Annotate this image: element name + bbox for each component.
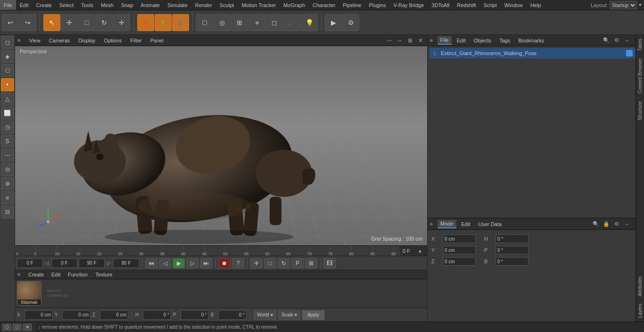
viewport-menu-options[interactable]: Options: [102, 37, 124, 44]
object-visible-indicator[interactable]: [626, 50, 633, 57]
side-tab-takes[interactable]: Takes: [636, 35, 644, 55]
transport-current-frame-input[interactable]: [51, 259, 77, 268]
attr-p-input[interactable]: [495, 246, 528, 254]
coord-y-input[interactable]: [62, 310, 91, 320]
material-tab-texture[interactable]: Texture: [93, 271, 114, 278]
transport-tool4-button[interactable]: P: [291, 258, 304, 268]
viewport-menu-display[interactable]: Display: [76, 37, 97, 44]
attr-tab-userdata[interactable]: User Data: [476, 220, 505, 228]
side-tab-structure[interactable]: Structure: [636, 97, 644, 124]
axis-y-button[interactable]: Y: [155, 14, 172, 31]
menu-file[interactable]: File: [0, 0, 16, 10]
attr-z-input[interactable]: [443, 257, 476, 266]
attr-x-input[interactable]: [443, 235, 476, 243]
viewport-icon-dots[interactable]: ⋯: [385, 36, 394, 45]
om-tab-objects[interactable]: Objects: [471, 37, 494, 44]
transport-tool3-button[interactable]: ↻: [278, 258, 290, 268]
viewport-icon-layout[interactable]: ⊞: [406, 36, 414, 45]
transport-question-button[interactable]: ?: [232, 258, 244, 268]
side-tab-content-browser[interactable]: Content Browser: [636, 55, 644, 97]
redo-button[interactable]: ↪: [19, 14, 36, 31]
brush-button[interactable]: ⊚: [1, 177, 14, 190]
coord-p-input[interactable]: [181, 310, 209, 320]
menu-3dtoall[interactable]: 3DToAll: [428, 0, 453, 10]
viewport-icon-expand[interactable]: ↔: [396, 36, 404, 45]
edge-mode-button[interactable]: △: [1, 92, 14, 105]
side-tab-attributes[interactable]: Attributes: [636, 273, 644, 300]
cube-tool-button[interactable]: ⬡: [196, 14, 213, 31]
material-swatch[interactable]: Elasmati: [17, 281, 41, 306]
menu-tools[interactable]: Tools: [77, 0, 97, 10]
menu-create[interactable]: Create: [33, 0, 56, 10]
transport-film-button[interactable]: 🎞: [323, 258, 336, 268]
render-button[interactable]: ▶: [325, 14, 342, 31]
model-mode-button[interactable]: ◻: [1, 36, 14, 49]
paint-mode-button[interactable]: ⬡: [1, 64, 14, 77]
mirror-mode-button[interactable]: ◷: [1, 121, 14, 134]
attr-tab-edit[interactable]: Edit: [459, 220, 473, 228]
attr-lock-icon[interactable]: 🔒: [602, 220, 611, 228]
nurbs-tool-button[interactable]: ⊞: [231, 14, 248, 31]
menu-animate[interactable]: Animate: [137, 0, 164, 10]
menu-motion-tracker[interactable]: Motion Tracker: [238, 0, 280, 10]
sculpt-button[interactable]: ⊙: [1, 163, 14, 176]
om-settings-icon[interactable]: ⚙: [612, 36, 621, 45]
menu-plugins[interactable]: Plugins: [365, 0, 389, 10]
transport-next-button[interactable]: ▷: [186, 258, 198, 268]
timeline-track[interactable]: 0 5 10 15 20 25 30 35 40: [15, 246, 400, 256]
layout-selector[interactable]: Layout: Startup ▾: [591, 1, 644, 9]
coord-b-input[interactable]: [218, 310, 247, 320]
attr-settings-icon[interactable]: ⚙: [612, 220, 621, 228]
attr-expand-icon[interactable]: ↔: [623, 220, 631, 228]
menu-help[interactable]: Help: [527, 0, 545, 10]
attr-tab-mode[interactable]: Mode: [438, 220, 456, 228]
transport-end-frame-input[interactable]: [79, 259, 105, 268]
coord-x-input[interactable]: [25, 310, 53, 320]
viewport-menu-cameras[interactable]: Cameras: [47, 37, 72, 44]
menu-pipeline[interactable]: Pipeline: [339, 0, 365, 10]
attr-b-input[interactable]: [495, 257, 528, 266]
scale-tool-button[interactable]: □: [78, 14, 95, 31]
transport-start-frame-input[interactable]: [17, 259, 43, 268]
menu-vray[interactable]: V-Ray Bridge: [390, 0, 428, 10]
attr-h-input[interactable]: [495, 235, 528, 243]
transport-tool1-button[interactable]: ✛: [250, 258, 263, 268]
3d-viewport[interactable]: Perspective: [15, 46, 427, 245]
world-dropdown[interactable]: World ▾: [254, 310, 276, 320]
menu-select[interactable]: Select: [56, 0, 78, 10]
menu-edit[interactable]: Edit: [16, 0, 33, 10]
menu-mograph[interactable]: MoGraph: [280, 0, 309, 10]
menu-mesh[interactable]: Mesh: [97, 0, 117, 10]
transport-prev-button[interactable]: ◁: [159, 258, 171, 268]
om-tab-file[interactable]: File: [438, 36, 452, 45]
viewport-menu-filter[interactable]: Filter: [128, 37, 143, 44]
axis-z-button[interactable]: Z: [172, 14, 189, 31]
transport-record-button[interactable]: ⏺: [218, 258, 231, 268]
viewport-menu-panel[interactable]: Panel: [149, 37, 165, 44]
material-tab-function[interactable]: Function: [66, 271, 90, 278]
transport-tool2-button[interactable]: □: [264, 258, 276, 268]
scene-tool-button[interactable]: ◻: [266, 14, 283, 31]
side-tab-layers[interactable]: Layers: [636, 300, 644, 322]
rotate-tool-button[interactable]: ↻: [96, 14, 113, 31]
scale-dropdown[interactable]: Scale ▾: [278, 310, 300, 320]
deform-tool-button[interactable]: ⋄: [248, 14, 265, 31]
object-row[interactable]: L Extinct_Giant_Rhinoceros_Walking_Pose: [429, 48, 642, 58]
attr-y-input[interactable]: [443, 246, 476, 254]
undo-button[interactable]: ↩: [2, 14, 19, 31]
spline-tool-button[interactable]: ◎: [214, 14, 231, 31]
texture-mode-button[interactable]: ◈: [1, 50, 14, 63]
menu-snap[interactable]: Snap: [117, 0, 137, 10]
polygon-mode-button[interactable]: ⬜: [1, 106, 14, 120]
viewport-icon-close[interactable]: ✕: [416, 36, 425, 45]
grid-button[interactable]: ⊟: [1, 205, 14, 219]
attr-search-icon[interactable]: 🔍: [592, 220, 600, 228]
transport-tool5-button[interactable]: ⊞: [305, 258, 317, 268]
layout-arrow-icon[interactable]: ▾: [639, 2, 642, 8]
menu-simulate[interactable]: Simulate: [164, 0, 191, 10]
apply-button[interactable]: Apply: [302, 310, 324, 320]
menu-render[interactable]: Render: [191, 0, 216, 10]
material-tab-edit[interactable]: Edit: [50, 271, 62, 278]
menu-character[interactable]: Character: [309, 0, 339, 10]
transport-play-button[interactable]: ▶: [173, 258, 185, 268]
